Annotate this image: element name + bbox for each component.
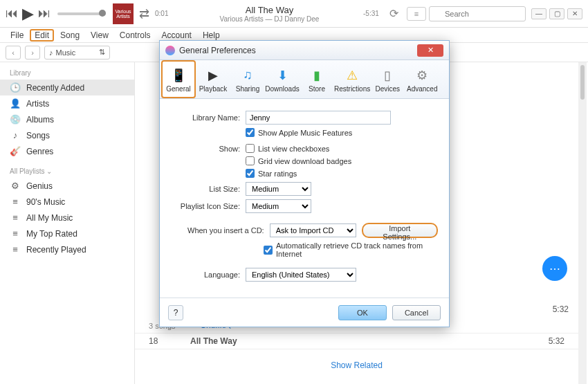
prev-button[interactable]: ⏮ <box>6 6 18 21</box>
tab-label: Sharing <box>236 85 259 93</box>
shuffle-icon[interactable]: ⇄ <box>139 6 149 21</box>
menu-account[interactable]: Account <box>157 29 196 42</box>
list-icon: ≡ <box>10 228 21 239</box>
apple-music-label: Show Apple Music Features <box>258 129 352 137</box>
tab-downloads[interactable]: ⬇Downloads <box>265 60 300 98</box>
next-button[interactable]: ⏭ <box>38 6 50 21</box>
sidebar-item-top-rated[interactable]: ≡My Top Rated <box>0 226 134 241</box>
track-duration-extra: 5:32 <box>553 304 569 314</box>
ok-button[interactable]: OK <box>338 305 387 320</box>
download-icon: ⬇ <box>273 66 291 84</box>
sidebar-item-label: Albums <box>26 115 54 125</box>
tab-label: Devices <box>375 85 400 93</box>
dialog-body: Library Name: Show Apple Music Features … <box>160 99 449 298</box>
sidebar-item-label: My Top Rated <box>26 229 77 239</box>
menu-help[interactable]: Help <box>198 29 225 42</box>
sidebar: Library 🕒Recently Added 👤Artists 💿Albums… <box>0 62 135 384</box>
now-playing: All The Way Various Artists — DJ Danny D… <box>176 5 363 23</box>
sidebar-item-recently-added[interactable]: 🕒Recently Added <box>0 80 134 95</box>
sidebar-item-label: Genres <box>26 147 53 156</box>
time-remaining: -5:31 <box>363 10 384 17</box>
cancel-button[interactable]: Cancel <box>392 305 441 320</box>
icon-size-label: Playlist Icon Size: <box>171 202 246 210</box>
dialog-tabs: 📱General ▶Playback ♫Sharing ⬇Downloads ▮… <box>160 60 449 99</box>
tab-sharing[interactable]: ♫Sharing <box>230 60 265 98</box>
sidebar-item-all-music[interactable]: ≡All My Music <box>0 210 134 226</box>
cd-label: When you insert a CD: <box>171 226 270 235</box>
show-related-link[interactable]: Show Related <box>135 360 578 370</box>
icon-size-select[interactable]: Medium <box>246 199 311 213</box>
sidebar-item-label: Artists <box>26 99 49 109</box>
tab-advanced[interactable]: ⚙Advanced <box>405 60 439 98</box>
track-row[interactable]: 18 All The Way 5:32 <box>135 333 578 349</box>
phone-icon: 📱 <box>169 66 187 84</box>
list-icon: ≡ <box>10 196 21 207</box>
language-select[interactable]: English (United States) <box>246 268 356 282</box>
menu-view[interactable]: View <box>86 29 113 42</box>
library-picker[interactable]: ♪Music ⇅ <box>44 46 110 60</box>
sidebar-item-artists[interactable]: 👤Artists <box>0 95 134 111</box>
tab-devices[interactable]: ▯Devices <box>370 60 405 98</box>
menu-controls[interactable]: Controls <box>115 29 156 42</box>
star-ratings-label: Star ratings <box>258 170 297 178</box>
tab-playback[interactable]: ▶Playback <box>196 60 230 98</box>
dialog-footer: ? OK Cancel <box>160 298 449 327</box>
menu-file[interactable]: File <box>6 29 28 42</box>
tab-general[interactable]: 📱General <box>161 60 196 98</box>
clock-icon: 🕒 <box>10 82 21 93</box>
star-ratings-checkbox[interactable] <box>246 169 255 178</box>
help-button[interactable]: ? <box>168 305 183 320</box>
track-name: All The Way <box>190 336 237 346</box>
tab-restrictions[interactable]: ⚠Restrictions <box>334 60 370 98</box>
volume-slider[interactable] <box>57 12 106 15</box>
nav-forward[interactable]: › <box>25 46 40 60</box>
import-settings-button[interactable]: Import Settings... <box>362 223 438 238</box>
sidebar-library-header: Library <box>0 66 134 80</box>
repeat-icon[interactable]: ⟳ <box>389 7 398 20</box>
window-buttons: — ▢ ✕ <box>531 8 582 19</box>
album-art[interactable]: Various Artists <box>113 3 134 24</box>
auto-retrieve-label: Automatically retrieve CD track names fr… <box>276 241 438 258</box>
library-name-input[interactable] <box>246 111 391 125</box>
dialog-titlebar: General Preferences ✕ <box>160 41 449 60</box>
apple-music-checkbox[interactable] <box>246 128 255 137</box>
grid-badges-label: Grid view download badges <box>258 157 351 165</box>
player-bar: ⏮ ▶ ⏭ Various Artists ⇄ 0:01 All The Way… <box>0 0 588 28</box>
cd-action-select[interactable]: Ask to Import CD <box>270 223 356 237</box>
track-artist: Various Artists — DJ Danny Dee <box>176 15 363 23</box>
sidebar-item-genius[interactable]: ⚙Genius <box>0 178 134 194</box>
time-elapsed: 0:01 <box>155 10 176 17</box>
sidebar-item-label: Recently Played <box>26 245 86 255</box>
minimize-button[interactable]: — <box>531 8 546 19</box>
dialog-close-button[interactable]: ✕ <box>417 44 443 57</box>
sidebar-item-90s[interactable]: ≡90's Music <box>0 194 134 210</box>
more-fab[interactable]: ⋯ <box>542 256 567 281</box>
sidebar-item-albums[interactable]: 💿Albums <box>0 111 134 127</box>
up-next-button[interactable]: ≡ <box>407 7 426 21</box>
track-title: All The Way <box>176 5 363 15</box>
grid-badges-checkbox[interactable] <box>246 156 255 165</box>
list-icon: ≡ <box>10 244 21 255</box>
tab-label: Advanced <box>407 85 437 93</box>
menu-song[interactable]: Song <box>55 29 84 42</box>
list-view-checkbox[interactable] <box>246 144 255 153</box>
play-button[interactable]: ▶ <box>22 5 34 23</box>
library-picker-label: Music <box>56 48 76 57</box>
nav-back[interactable]: ‹ <box>6 46 21 60</box>
list-size-select[interactable]: Medium <box>246 182 311 196</box>
search-input[interactable] <box>429 6 526 21</box>
sidebar-item-genres[interactable]: 🎸Genres <box>0 143 134 159</box>
menu-edit[interactable]: Edit <box>30 29 54 42</box>
maximize-button[interactable]: ▢ <box>549 8 564 19</box>
scrollbar[interactable] <box>578 62 587 384</box>
sidebar-item-songs[interactable]: ♪Songs <box>0 127 134 143</box>
close-button[interactable]: ✕ <box>567 8 582 19</box>
tab-store[interactable]: ▮Store <box>300 60 334 98</box>
sidebar-item-recently-played[interactable]: ≡Recently Played <box>0 241 134 257</box>
sidebar-playlists-header[interactable]: All Playlists ⌄ <box>0 165 134 178</box>
track-number: 18 <box>149 336 190 346</box>
note-icon: ♫ <box>239 66 257 84</box>
disc-icon: 💿 <box>10 114 21 125</box>
gear-icon: ⚙ <box>10 181 21 191</box>
auto-retrieve-checkbox[interactable] <box>264 246 273 255</box>
